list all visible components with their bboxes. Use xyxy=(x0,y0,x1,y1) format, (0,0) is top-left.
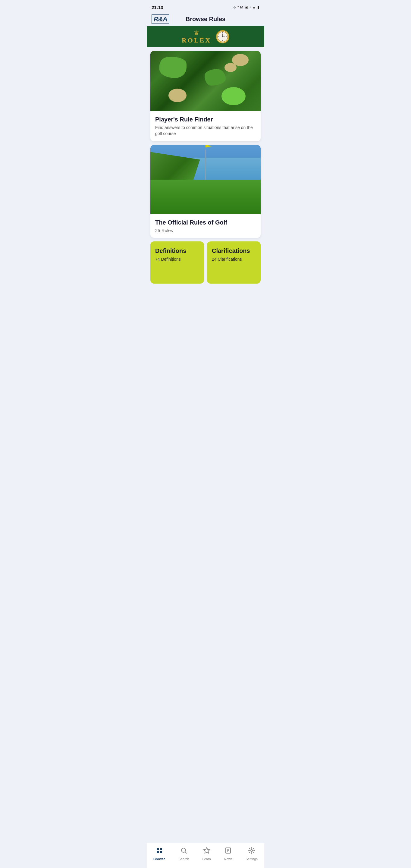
dot-icon: • xyxy=(250,5,251,9)
clarifications-count: 24 Clarifications xyxy=(212,257,256,261)
official-rules-content: The Official Rules of Golf 25 Rules xyxy=(150,214,261,238)
wifi-icon: ▲ xyxy=(252,5,256,9)
player-rule-finder-title: Player's Rule Finder xyxy=(155,116,256,123)
rolex-crown-icon: ♛ xyxy=(194,29,199,36)
screen-icon: ▣ xyxy=(245,5,248,9)
clarifications-card[interactable]: Clarifications 24 Clarifications xyxy=(207,241,261,284)
definitions-count: 74 Definitions xyxy=(155,257,199,261)
top-bar: R&A Browse Rules xyxy=(147,13,264,26)
official-rules-title: The Official Rules of Golf xyxy=(155,219,256,226)
clarifications-title: Clarifications xyxy=(212,247,256,254)
status-time: 21:13 xyxy=(152,5,163,10)
definitions-title: Definitions xyxy=(155,247,199,254)
player-rule-finder-subtitle: Find answers to common situations that a… xyxy=(155,125,256,136)
bunker-3 xyxy=(168,89,187,102)
golf-course-image xyxy=(150,145,261,214)
player-rule-finder-card[interactable]: Player's Rule Finder Find answers to com… xyxy=(150,51,261,141)
small-cards-row: Definitions 74 Definitions Clarification… xyxy=(147,241,264,287)
definitions-card[interactable]: Definitions 74 Definitions xyxy=(150,241,204,284)
gmail-icon: M xyxy=(240,5,243,9)
rules-count: 25 Rules xyxy=(155,228,256,233)
flag-pole xyxy=(205,150,206,180)
rna-logo: R&A xyxy=(152,14,169,24)
aerial-golf-image xyxy=(150,51,261,111)
facebook-icon: f xyxy=(238,5,239,9)
player-rule-finder-content: Player's Rule Finder Find answers to com… xyxy=(150,111,261,141)
status-icons: ⊹ f M ▣ • ▲ ▮ xyxy=(233,5,259,9)
golf-flag xyxy=(205,145,212,150)
battery-icon: ▮ xyxy=(257,5,259,9)
scroll-area: Player's Rule Finder Find answers to com… xyxy=(147,47,264,330)
page-title: Browse Rules xyxy=(186,16,225,23)
cards-container: Player's Rule Finder Find answers to com… xyxy=(147,47,264,241)
rolex-clock xyxy=(216,30,229,43)
status-bar: 21:13 ⊹ f M ▣ • ▲ ▮ xyxy=(147,0,264,13)
aerial-green xyxy=(221,87,246,105)
bunker-2 xyxy=(224,63,236,72)
rolex-logo: ROLEX xyxy=(182,36,211,44)
notification-icon: ⊹ xyxy=(233,5,236,9)
official-rules-card[interactable]: The Official Rules of Golf 25 Rules xyxy=(150,145,261,238)
golf-green xyxy=(150,180,261,214)
rolex-banner: ♛ ROLEX xyxy=(147,26,264,47)
